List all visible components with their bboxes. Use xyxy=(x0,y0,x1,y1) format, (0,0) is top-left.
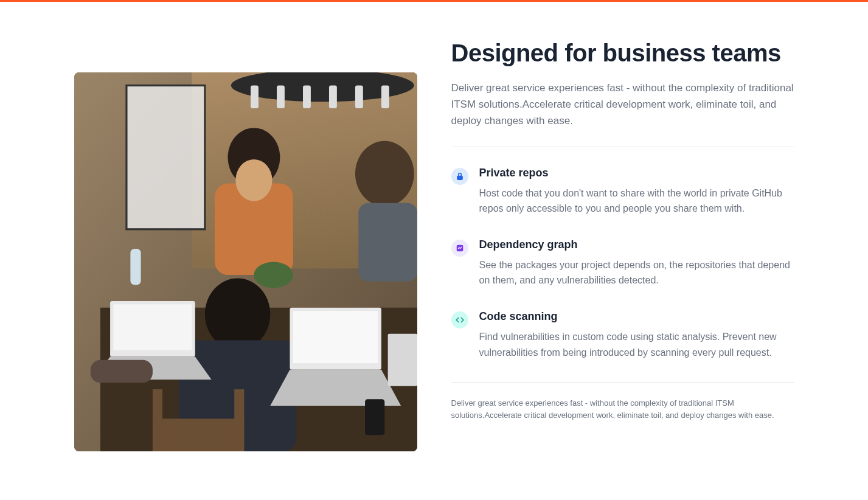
svg-rect-32 xyxy=(365,399,384,435)
bottom-divider xyxy=(451,382,794,383)
svg-rect-31 xyxy=(90,360,152,383)
feature-title: Dependency graph xyxy=(479,238,794,251)
feature-description: See the packages your project depends on… xyxy=(479,257,794,288)
svg-rect-9 xyxy=(355,85,363,108)
svg-point-27 xyxy=(254,262,293,288)
section-subheading: Deliver great service experiences fast -… xyxy=(451,80,794,130)
content-column: Designed for business teams Deliver grea… xyxy=(451,38,794,421)
svg-rect-29 xyxy=(152,389,162,451)
svg-point-17 xyxy=(204,278,269,350)
feature-title: Code scanning xyxy=(479,310,794,323)
chart-icon xyxy=(451,240,468,257)
svg-point-14 xyxy=(235,159,272,201)
svg-rect-28 xyxy=(152,418,243,451)
svg-rect-6 xyxy=(277,85,285,108)
feature-item-private-repos: Private repos Host code that you don't w… xyxy=(451,167,794,217)
svg-rect-16 xyxy=(358,203,417,282)
feature-item-dependency-graph: Dependency graph See the packages your p… xyxy=(451,238,794,288)
feature-content: Code scanning Find vulnerabilities in cu… xyxy=(479,310,794,360)
feature-image xyxy=(74,72,417,451)
svg-rect-26 xyxy=(130,249,141,285)
svg-rect-10 xyxy=(381,85,389,108)
svg-rect-20 xyxy=(113,304,192,350)
svg-rect-2 xyxy=(126,85,204,229)
svg-rect-8 xyxy=(328,85,336,108)
feature-section: Designed for business teams Deliver grea… xyxy=(45,2,824,488)
feature-description: Host code that you don't want to share w… xyxy=(479,186,794,217)
feature-description: Find vulnerabilities in custom code usin… xyxy=(479,329,794,360)
divider xyxy=(451,147,794,147)
feature-title: Private repos xyxy=(479,167,794,179)
footer-text: Deliver great service experiences fast -… xyxy=(451,397,794,421)
section-heading: Designed for business teams xyxy=(451,38,794,68)
svg-rect-33 xyxy=(457,176,462,179)
image-column xyxy=(74,38,417,451)
feature-content: Dependency graph See the packages your p… xyxy=(479,238,794,288)
svg-rect-7 xyxy=(303,85,311,108)
feature-item-code-scanning: Code scanning Find vulnerabilities in cu… xyxy=(451,310,794,360)
svg-rect-25 xyxy=(387,334,417,386)
svg-point-15 xyxy=(355,141,414,206)
feature-content: Private repos Host code that you don't w… xyxy=(479,167,794,217)
svg-rect-30 xyxy=(234,389,244,451)
svg-rect-5 xyxy=(251,85,259,108)
svg-rect-23 xyxy=(293,311,378,363)
code-icon xyxy=(451,311,468,328)
lock-icon xyxy=(451,168,468,185)
